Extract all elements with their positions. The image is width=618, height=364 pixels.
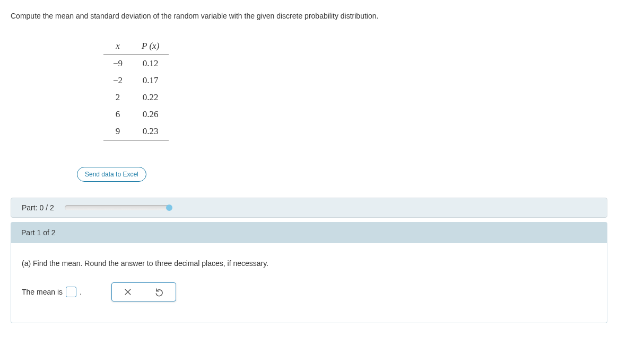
probability-table: x P (x) −9 0.12 −2 0.17 2 0.22 6 0.26 9 — [103, 38, 607, 140]
table-row: 9 0.23 — [103, 123, 169, 140]
table-row: −2 0.17 — [103, 72, 169, 89]
col-header-px: P (x) — [132, 38, 169, 55]
cell-p: 0.23 — [132, 123, 169, 140]
problem-prompt: Compute the mean and standard deviation … — [11, 11, 607, 22]
answer-prefix: The mean is — [22, 288, 63, 296]
send-to-excel-button[interactable]: Send data to Excel — [77, 167, 146, 182]
table-row: 2 0.22 — [103, 89, 169, 106]
answer-row: The mean is . — [22, 282, 596, 301]
cell-p: 0.26 — [132, 106, 169, 123]
input-toolbar — [111, 282, 176, 301]
undo-icon — [155, 287, 164, 297]
table-row: 6 0.26 — [103, 106, 169, 123]
cell-p: 0.22 — [132, 89, 169, 106]
mean-input[interactable] — [66, 287, 76, 297]
cell-x: 6 — [103, 106, 132, 123]
progress-bar-row: Part: 0 / 2 — [11, 198, 607, 218]
cell-x: −9 — [103, 55, 132, 73]
cell-p: 0.17 — [132, 72, 169, 89]
answer-suffix: . — [80, 288, 82, 296]
part-question: (a) Find the mean. Round the answer to t… — [22, 259, 596, 268]
table-row: −9 0.12 — [103, 55, 169, 73]
reset-button[interactable] — [144, 287, 176, 297]
cell-x: 2 — [103, 89, 132, 106]
cell-p: 0.12 — [132, 55, 169, 73]
cell-x: 9 — [103, 123, 132, 140]
clear-button[interactable] — [112, 287, 144, 297]
part-header: Part 1 of 2 — [11, 222, 607, 243]
progress-thumb — [166, 205, 172, 211]
part-body: (a) Find the mean. Round the answer to t… — [11, 243, 607, 323]
close-icon — [123, 287, 133, 297]
progress-track — [65, 205, 171, 210]
progress-label: Part: 0 / 2 — [22, 203, 54, 212]
col-header-x: x — [103, 38, 132, 55]
cell-x: −2 — [103, 72, 132, 89]
